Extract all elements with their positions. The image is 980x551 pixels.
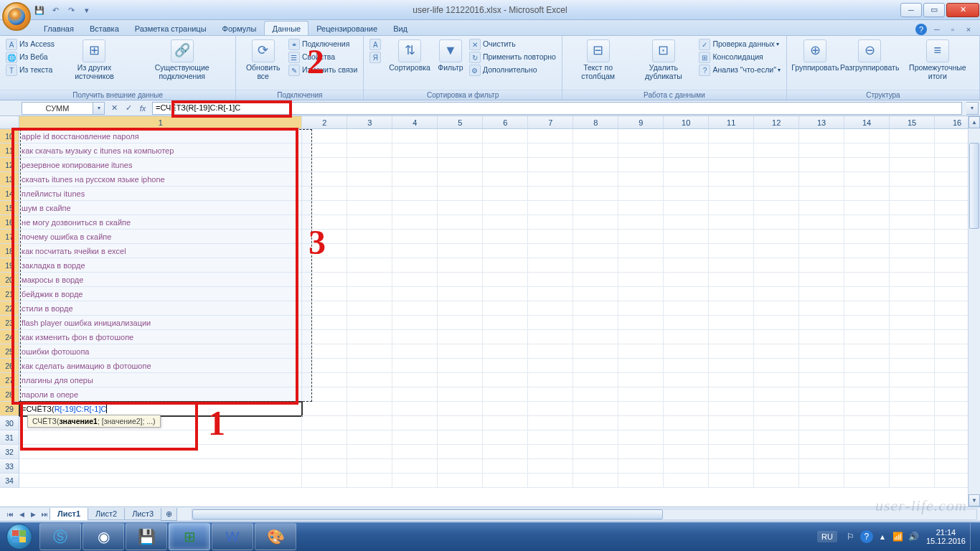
cell[interactable] — [844, 387, 890, 402]
cell[interactable] — [890, 344, 935, 359]
remove-duplicates-button[interactable]: ⊡Удалить дубликаты — [631, 38, 696, 82]
cell[interactable] — [438, 316, 483, 330]
what-if-button[interactable]: ?Анализ "что-если"▾ — [697, 64, 781, 77]
cell[interactable] — [483, 273, 528, 287]
cell[interactable] — [573, 387, 618, 402]
cell[interactable] — [709, 201, 754, 215]
sort-az-button[interactable]: A — [368, 38, 385, 51]
cell[interactable] — [799, 474, 844, 488]
cell[interactable] — [664, 230, 709, 244]
cell[interactable] — [754, 201, 799, 215]
cell[interactable] — [618, 359, 664, 373]
cell[interactable] — [890, 316, 935, 330]
cell[interactable] — [483, 344, 528, 359]
cell[interactable] — [709, 430, 754, 445]
last-sheet-icon[interactable]: ⏭ — [39, 509, 50, 520]
close-button[interactable]: ✕ — [946, 3, 979, 17]
cell[interactable] — [799, 143, 844, 158]
cell[interactable] — [438, 158, 483, 172]
cell[interactable] — [890, 402, 935, 416]
new-sheet-button[interactable]: ⊕ — [161, 508, 177, 521]
cell[interactable] — [19, 445, 301, 459]
cell[interactable] — [844, 402, 890, 416]
cell[interactable] — [438, 244, 483, 258]
consolidate-button[interactable]: ⊞Консолидация — [697, 51, 781, 64]
row-header[interactable]: 23 — [0, 316, 19, 330]
cell[interactable] — [664, 459, 709, 474]
tray-chevron-icon[interactable]: ▴ — [876, 530, 889, 543]
cell[interactable]: как сделать анимацию в фотошопе — [19, 359, 301, 373]
cell[interactable] — [709, 402, 754, 416]
cell[interactable] — [664, 143, 709, 158]
cell[interactable] — [302, 459, 347, 474]
ungroup-button[interactable]: ⊖Разгруппировать — [841, 38, 899, 74]
cell[interactable] — [844, 230, 890, 244]
cell[interactable] — [618, 158, 664, 172]
cell[interactable] — [799, 316, 844, 330]
cell[interactable] — [347, 187, 392, 201]
cell[interactable] — [799, 373, 844, 387]
name-box[interactable]: СУММ — [22, 102, 93, 115]
cell[interactable] — [844, 287, 890, 301]
start-button[interactable] — [0, 522, 39, 551]
cell[interactable] — [573, 445, 618, 459]
cell[interactable] — [302, 430, 347, 445]
cell[interactable] — [392, 373, 438, 387]
cell[interactable] — [483, 129, 528, 143]
cell[interactable] — [483, 316, 528, 330]
cell[interactable] — [438, 373, 483, 387]
cell[interactable] — [799, 201, 844, 215]
cell[interactable] — [528, 201, 573, 215]
cell[interactable] — [709, 387, 754, 402]
cell[interactable] — [618, 201, 664, 215]
cell[interactable] — [709, 474, 754, 488]
tray-network-icon[interactable]: 📶 — [892, 530, 905, 543]
row-header[interactable]: 33 — [0, 459, 19, 474]
first-sheet-icon[interactable]: ⏮ — [4, 509, 16, 520]
text-to-columns-button[interactable]: ⊟Текст по столбцам — [567, 38, 629, 82]
cell[interactable] — [573, 301, 618, 316]
help-icon[interactable]: ? — [915, 24, 927, 35]
cell[interactable] — [392, 201, 438, 215]
col-header[interactable]: 10 — [664, 116, 709, 128]
cell[interactable] — [392, 187, 438, 201]
cell[interactable] — [618, 187, 664, 201]
taskbar-word[interactable]: W — [212, 523, 253, 550]
cell[interactable] — [890, 330, 935, 344]
enter-formula-icon[interactable]: ✓ — [122, 102, 135, 115]
cell[interactable] — [664, 215, 709, 230]
col-header[interactable]: 8 — [573, 116, 618, 128]
tab-view[interactable]: Вид — [385, 21, 415, 35]
cell[interactable] — [438, 402, 483, 416]
cell[interactable] — [664, 359, 709, 373]
row-header[interactable]: 27 — [0, 373, 19, 387]
cell[interactable] — [799, 359, 844, 373]
cell[interactable] — [528, 387, 573, 402]
cell[interactable] — [799, 416, 844, 430]
reapply-button[interactable]: ↻Применить повторно — [468, 51, 557, 64]
cell[interactable] — [618, 287, 664, 301]
cell[interactable] — [573, 158, 618, 172]
cell[interactable] — [890, 158, 935, 172]
cell[interactable] — [438, 344, 483, 359]
row-header[interactable]: 11 — [0, 143, 19, 158]
cell[interactable] — [844, 129, 890, 143]
cell[interactable] — [19, 430, 301, 445]
vertical-scrollbar[interactable]: ▲ ▼ — [968, 116, 980, 507]
cell[interactable] — [844, 215, 890, 230]
cell[interactable] — [664, 129, 709, 143]
cell[interactable] — [528, 416, 573, 430]
cell[interactable]: бейджик в ворде — [19, 287, 301, 301]
cell[interactable] — [392, 301, 438, 316]
from-text-button[interactable]: TИз текста — [4, 64, 56, 77]
cell[interactable] — [528, 158, 573, 172]
cell[interactable] — [618, 416, 664, 430]
cell[interactable] — [618, 244, 664, 258]
cell[interactable] — [754, 258, 799, 273]
cell[interactable] — [709, 416, 754, 430]
advanced-filter-button[interactable]: ⚙Дополнительно — [468, 64, 557, 77]
cell[interactable] — [438, 172, 483, 187]
cell[interactable]: flash player ошибка инициализации — [19, 316, 301, 330]
cell[interactable]: как посчитать ячейки в excel — [19, 244, 301, 258]
cell[interactable] — [890, 187, 935, 201]
